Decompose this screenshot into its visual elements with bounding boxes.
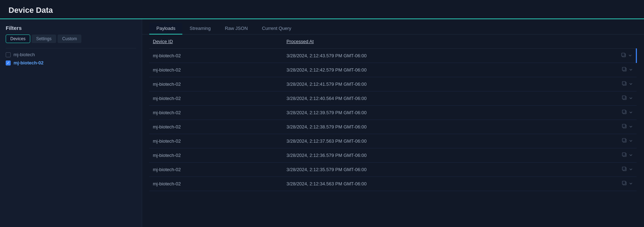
svg-rect-9	[622, 110, 626, 113]
chevron-down-icon[interactable]	[629, 181, 633, 186]
table-row[interactable]: mj-biotech-023/28/2024, 2:12:37.563 PM G…	[149, 134, 637, 148]
row-actions	[619, 81, 633, 88]
svg-rect-11	[622, 124, 626, 127]
chevron-down-icon[interactable]	[629, 110, 633, 115]
svg-rect-17	[622, 167, 626, 170]
device-label-mj-biotech-02: mj-biotech-02	[14, 60, 44, 65]
device-item-2[interactable]: ✓ mj-biotech-02	[6, 60, 136, 65]
cell-processed-at: 3/28/2024, 2:12:42.579 PM GMT-06:00	[283, 63, 615, 77]
device-item-1[interactable]: mj-biotech	[6, 52, 136, 57]
copy-icon[interactable]	[621, 52, 627, 59]
cell-processed-at: 3/28/2024, 2:12:36.579 PM GMT-06:00	[283, 148, 615, 163]
cell-processed-at: 3/28/2024, 2:12:41.579 PM GMT-06:00	[283, 77, 615, 91]
table-row[interactable]: mj-biotech-023/28/2024, 2:12:39.579 PM G…	[149, 106, 637, 120]
checkbox-mj-biotech-02[interactable]: ✓	[6, 60, 11, 65]
cell-actions	[615, 120, 637, 134]
tab-custom[interactable]: Custom	[58, 35, 81, 43]
chevron-down-icon[interactable]	[629, 167, 633, 172]
cell-actions	[615, 134, 637, 148]
copy-icon[interactable]	[622, 123, 627, 130]
cell-actions	[615, 91, 637, 106]
cell-actions	[615, 106, 637, 120]
svg-rect-5	[622, 81, 626, 85]
row-actions	[619, 95, 633, 102]
copy-icon[interactable]	[622, 81, 627, 88]
cell-processed-at: 3/28/2024, 2:12:37.563 PM GMT-06:00	[283, 134, 615, 148]
cell-processed-at: 3/28/2024, 2:12:38.579 PM GMT-06:00	[283, 120, 615, 134]
cell-processed-at: 3/28/2024, 2:12:40.564 PM GMT-06:00	[283, 91, 615, 106]
copy-icon[interactable]	[622, 138, 627, 144]
cell-actions	[615, 163, 637, 177]
cell-device-id: mj-biotech-02	[149, 49, 283, 63]
tab-current-query[interactable]: Current Query	[255, 23, 298, 35]
cell-actions	[615, 77, 637, 91]
col-actions	[615, 35, 637, 49]
svg-rect-3	[622, 67, 626, 70]
chevron-down-icon[interactable]	[629, 125, 633, 130]
tab-devices[interactable]: Devices	[6, 35, 30, 43]
tab-raw-json[interactable]: Raw JSON	[218, 23, 255, 35]
tab-streaming[interactable]: Streaming	[182, 23, 218, 35]
cell-actions	[615, 49, 637, 63]
cell-device-id: mj-biotech-02	[149, 120, 283, 134]
svg-rect-13	[622, 138, 626, 142]
chevron-down-icon[interactable]	[629, 68, 633, 73]
svg-rect-1	[622, 53, 625, 56]
cell-device-id: mj-biotech-02	[149, 77, 283, 91]
table-row[interactable]: mj-biotech-023/28/2024, 2:12:41.579 PM G…	[149, 77, 637, 91]
row-actions	[619, 52, 633, 59]
chevron-down-icon[interactable]	[628, 53, 632, 58]
page-wrapper: Device Data Filters Devices Settings Cus…	[0, 0, 644, 227]
tab-settings[interactable]: Settings	[32, 35, 56, 43]
filters-title: Filters	[6, 25, 136, 31]
svg-rect-15	[622, 153, 626, 156]
cell-processed-at: 3/28/2024, 2:12:39.579 PM GMT-06:00	[283, 106, 615, 120]
data-table: Device ID Processed At mj-biotech-023/28…	[149, 35, 637, 191]
sidebar: Filters Devices Settings Custom mj-biote…	[0, 19, 142, 227]
page-title: Device Data	[9, 6, 53, 15]
cell-device-id: mj-biotech-02	[149, 134, 283, 148]
cell-processed-at: 3/28/2024, 2:12:43.579 PM GMT-06:00	[283, 49, 615, 63]
page-header: Device Data	[0, 0, 644, 19]
table-row[interactable]: mj-biotech-023/28/2024, 2:12:35.579 PM G…	[149, 163, 637, 177]
tab-payloads[interactable]: Payloads	[149, 23, 182, 35]
copy-icon[interactable]	[622, 152, 627, 159]
device-label-mj-biotech: mj-biotech	[14, 52, 35, 57]
content-area: Filters Devices Settings Custom mj-biote…	[0, 19, 644, 227]
row-actions	[619, 180, 633, 187]
checkbox-mj-biotech[interactable]	[6, 52, 11, 57]
data-table-wrapper: Device ID Processed At mj-biotech-023/28…	[142, 35, 644, 227]
chevron-down-icon[interactable]	[629, 96, 633, 101]
row-actions	[619, 152, 633, 159]
svg-rect-19	[622, 181, 626, 184]
table-row[interactable]: mj-biotech-023/28/2024, 2:12:38.579 PM G…	[149, 120, 637, 134]
copy-icon[interactable]	[622, 95, 627, 102]
cell-device-id: mj-biotech-02	[149, 91, 283, 106]
tab-bar: Payloads Streaming Raw JSON Current Quer…	[142, 19, 644, 35]
device-list: mj-biotech ✓ mj-biotech-02	[6, 52, 136, 65]
table-row[interactable]: mj-biotech-023/28/2024, 2:12:40.564 PM G…	[149, 91, 637, 106]
table-header-row: Device ID Processed At	[149, 35, 637, 49]
col-processed-at: Processed At	[283, 35, 615, 49]
col-device-id: Device ID	[149, 35, 283, 49]
copy-icon[interactable]	[622, 67, 627, 73]
row-actions	[619, 138, 633, 144]
chevron-down-icon[interactable]	[629, 82, 633, 87]
cell-actions	[615, 148, 637, 163]
chevron-down-icon[interactable]	[629, 153, 633, 158]
row-actions	[619, 123, 633, 130]
main-panel: Payloads Streaming Raw JSON Current Quer…	[142, 19, 644, 227]
table-row[interactable]: mj-biotech-023/28/2024, 2:12:36.579 PM G…	[149, 148, 637, 163]
filter-tabs: Devices Settings Custom	[6, 35, 136, 43]
table-row[interactable]: mj-biotech-023/28/2024, 2:12:42.579 PM G…	[149, 63, 637, 77]
copy-icon[interactable]	[622, 180, 627, 187]
svg-rect-7	[622, 96, 626, 99]
table-row[interactable]: mj-biotech-023/28/2024, 2:12:43.579 PM G…	[149, 49, 637, 63]
table-row[interactable]: mj-biotech-023/28/2024, 2:12:34.563 PM G…	[149, 177, 637, 191]
cell-processed-at: 3/28/2024, 2:12:34.563 PM GMT-06:00	[283, 177, 615, 191]
cell-device-id: mj-biotech-02	[149, 63, 283, 77]
chevron-down-icon[interactable]	[629, 139, 633, 144]
copy-icon[interactable]	[622, 166, 627, 173]
copy-icon[interactable]	[622, 109, 627, 116]
row-actions	[619, 109, 633, 116]
